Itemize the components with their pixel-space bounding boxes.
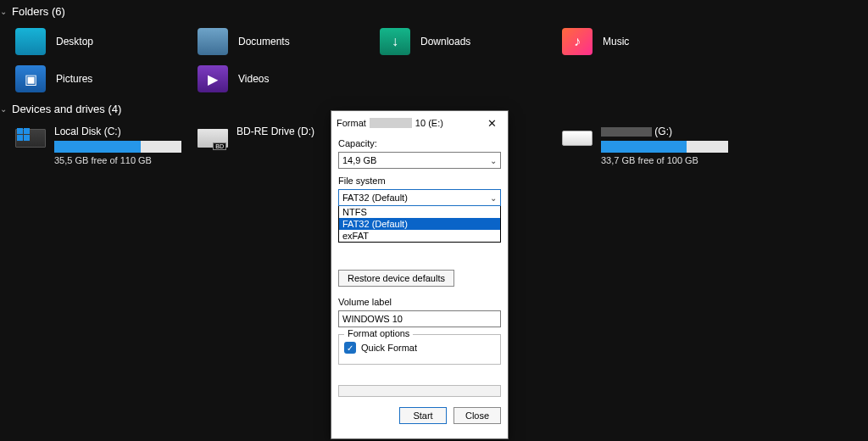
redacted-label — [370, 118, 412, 128]
filesystem-select[interactable]: FAT32 (Default) ⌄ — [338, 189, 501, 206]
folder-label: Downloads — [410, 36, 470, 47]
pictures-icon: ▣ — [15, 65, 46, 92]
drive-icon — [562, 126, 593, 151]
start-button[interactable]: Start — [399, 407, 447, 424]
chevron-down-icon: ⌄ — [0, 7, 12, 16]
dialog-title-prefix: Format — [337, 118, 366, 128]
filesystem-label: File system — [338, 176, 501, 186]
volume-label-label: Volume label — [338, 297, 501, 307]
capacity-select[interactable]: 14,9 GB ⌄ — [338, 152, 501, 169]
folders-section-header[interactable]: ⌄ Folders (6) — [0, 0, 868, 23]
quick-format-label: Quick Format — [361, 343, 417, 353]
folder-label: Documents — [228, 36, 290, 47]
folder-label: Desktop — [46, 36, 93, 47]
documents-icon — [198, 28, 228, 55]
filesystem-option-ntfs[interactable]: NTFS — [339, 206, 500, 218]
folder-label: Videos — [228, 73, 269, 85]
drives-header-label: Devices and drives (4) — [12, 103, 121, 115]
dialog-titlebar[interactable]: Format 10 (E:) ✕ — [331, 111, 508, 135]
folder-documents[interactable]: Documents — [194, 23, 376, 60]
desktop-icon — [15, 28, 46, 55]
chevron-down-icon: ⌄ — [490, 156, 497, 165]
redacted-label — [601, 127, 652, 137]
folder-music[interactable]: ♪ Music — [559, 23, 741, 60]
chevron-down-icon: ⌄ — [490, 193, 497, 203]
folders-grid: Desktop Documents ↓ Downloads ♪ Music ▣ … — [0, 23, 868, 98]
close-icon[interactable]: ✕ — [479, 113, 504, 133]
filesystem-option-exfat[interactable]: exFAT — [339, 230, 500, 242]
format-progress-bar — [338, 385, 501, 397]
folder-desktop[interactable]: Desktop — [12, 23, 194, 60]
capacity-label: Capacity: — [338, 138, 501, 148]
storage-bar — [54, 141, 181, 153]
folder-pictures[interactable]: ▣ Pictures — [12, 60, 194, 98]
downloads-icon: ↓ — [380, 28, 410, 55]
drive-title: Local Disk (C:) — [54, 126, 181, 137]
quick-format-checkbox[interactable]: ✓ Quick Format — [344, 342, 495, 354]
close-button[interactable]: Close — [453, 407, 501, 424]
filesystem-option-fat32[interactable]: FAT32 (Default) — [339, 218, 500, 230]
filesystem-dropdown: NTFS FAT32 (Default) exFAT — [338, 206, 501, 243]
folder-downloads[interactable]: ↓ Downloads — [376, 23, 559, 60]
format-options-group: Format options ✓ Quick Format — [338, 334, 501, 365]
filesystem-value: FAT32 (Default) — [342, 193, 408, 203]
folder-label: Music — [593, 36, 629, 47]
format-options-legend: Format options — [344, 328, 413, 338]
dialog-title-suffix: 10 (E:) — [415, 118, 443, 128]
music-icon: ♪ — [562, 28, 593, 55]
folder-label: Pictures — [46, 73, 92, 85]
storage-bar — [601, 141, 728, 153]
format-dialog: Format 10 (E:) ✕ Capacity: 14,9 GB ⌄ Fil… — [331, 110, 509, 439]
folders-header-label: Folders (6) — [12, 5, 65, 18]
videos-icon: ▶ — [198, 65, 228, 92]
folder-videos[interactable]: ▶ Videos — [194, 60, 376, 98]
chevron-down-icon: ⌄ — [0, 104, 12, 114]
drive-g[interactable]: (G:) 33,7 GB free of 100 GB — [559, 120, 741, 170]
checkbox-checked-icon: ✓ — [344, 342, 356, 354]
drive-title: (G:) — [601, 126, 728, 137]
volume-label-input[interactable] — [338, 310, 501, 327]
restore-defaults-button[interactable]: Restore device defaults — [338, 270, 454, 287]
local-disk-icon — [15, 126, 46, 151]
drive-local-c[interactable]: Local Disk (C:) 35,5 GB free of 110 GB — [12, 120, 194, 170]
drive-free-label: 33,7 GB free of 100 GB — [601, 155, 728, 165]
drive-free-label: 35,5 GB free of 110 GB — [54, 155, 181, 165]
capacity-value: 14,9 GB — [342, 155, 376, 165]
optical-drive-icon: BD — [198, 126, 228, 151]
